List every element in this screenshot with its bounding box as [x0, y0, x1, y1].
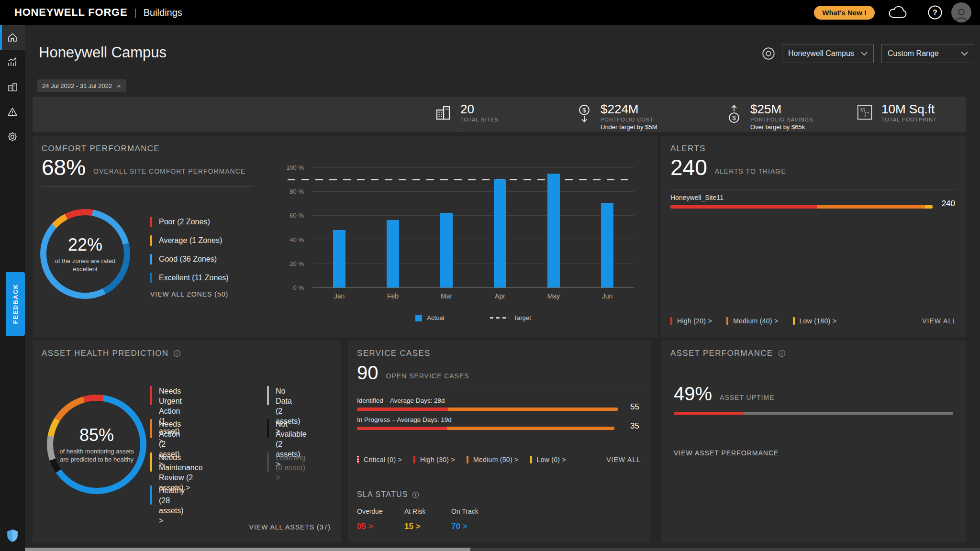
info-icon[interactable]: [412, 491, 419, 498]
kpi-label: TOTAL SITES: [460, 117, 499, 122]
cases-count: 90: [357, 363, 379, 382]
donut-value: 85%: [79, 425, 114, 445]
asset-health-panel: ASSET HEALTH PREDICTION 85% of health mo…: [33, 341, 341, 542]
sla-overdue-link[interactable]: 05 >: [357, 522, 383, 531]
sidebar-item-analytics[interactable]: [0, 50, 25, 75]
legend-label: Actual: [427, 314, 444, 321]
page-title: Honeywell Campus: [39, 44, 167, 61]
legend-label: Excellent (11 Zones): [159, 274, 229, 282]
medium-cases-link[interactable]: Medium (50) >: [467, 456, 519, 463]
view-all-assets-link[interactable]: VIEW ALL ASSETS (37): [249, 523, 331, 531]
cloud-icon[interactable]: [887, 5, 908, 20]
date-filter-label: 24 Jul 2022 - 31 Jul 2022: [42, 82, 112, 89]
sla-overdue: Overdue 05 >: [357, 507, 383, 531]
alerts-low-link[interactable]: Low (180) >: [793, 317, 837, 325]
legend-tick: [793, 317, 795, 325]
legend-tick: [150, 452, 152, 472]
view-all-alerts-link[interactable]: VIEW ALL: [922, 317, 957, 325]
view-all-cases-link[interactable]: VIEW ALL: [606, 456, 641, 463]
sla-on-track-link[interactable]: 70 >: [451, 522, 479, 531]
sla-title-text: SLA STATUS: [357, 490, 408, 499]
high-cases-link[interactable]: High (30) >: [413, 456, 455, 463]
svg-text:$: $: [732, 114, 736, 121]
legend-label: High (30) >: [420, 456, 455, 463]
panel-title: ALERTS: [670, 144, 706, 154]
footprint-icon: [856, 103, 874, 123]
sidebar-item-buildings[interactable]: [0, 75, 25, 99]
comfort-legend: Poor (2 Zones) Average (1 Zones) Good (3…: [150, 216, 229, 290]
site-selector[interactable]: Honeywell Campus: [782, 44, 874, 63]
legend-tick: [150, 217, 152, 227]
chart-bars: [312, 167, 634, 287]
alert-site-bar: [670, 205, 933, 209]
alerts-summary: 240 ALERTS TO TRIAGE: [670, 156, 786, 178]
alert-site-name[interactable]: Honeywell_Site11: [670, 194, 724, 201]
legend-item-poor: Poor (2 Zones): [150, 216, 229, 228]
legend-tick: [467, 456, 468, 463]
asset-performance-panel: ASSET PERFORMANCE 49% ASSET UPTIME VIEW …: [661, 341, 966, 542]
chevron-down-icon: [961, 51, 968, 56]
legend-tick: [150, 485, 152, 505]
scrollbar-thumb[interactable]: [0, 548, 470, 551]
legend-label: Learning(0 asset) >: [276, 452, 305, 483]
kpi-portfolio-savings: $ $25M PORTFOLIO SAVINGS Over target by …: [725, 102, 813, 131]
sidebar-item-alarms[interactable]: [0, 99, 25, 124]
case-row-label: Identified – Average Days: 28d: [357, 397, 445, 404]
dollar-down-icon: $: [576, 103, 593, 126]
help-icon[interactable]: ?: [927, 5, 943, 20]
cases-summary: 90 OPEN SERVICE CASES: [357, 363, 469, 382]
sidebar-item-home[interactable]: [0, 25, 25, 50]
healthy-link[interactable]: Healthy(28 assets) >: [150, 485, 185, 526]
feedback-tab[interactable]: FEEDBACK: [6, 272, 25, 336]
divider: [357, 392, 641, 392]
kpi-sub: Over target by $65k: [750, 123, 813, 131]
topbar-actions: What's New ! ?: [814, 2, 971, 22]
comfort-performance-panel: COMFORT PERFORMANCE 68% OVERALL SITE COM…: [33, 136, 657, 337]
donut-value: 22%: [68, 235, 102, 255]
date-range-selector[interactable]: Custom Range: [881, 44, 974, 63]
chart-legend: Actual Target: [312, 314, 634, 321]
uptime-value: 49%: [674, 383, 712, 405]
app-root: HONEYWELL FORGE | Buildings What's New !…: [0, 0, 980, 551]
privacy-shield-icon[interactable]: [6, 529, 19, 544]
feedback-label: FEEDBACK: [12, 284, 19, 324]
close-icon[interactable]: ×: [117, 82, 121, 89]
case-row-label: In Progress – Average Days: 19d: [357, 416, 452, 423]
alert-site-value: 240: [942, 199, 955, 209]
legend-label: Average (1 Zones): [159, 236, 222, 245]
panel-title: ASSET HEALTH PREDICTION: [42, 349, 181, 358]
sla-on-track: On Track 70 >: [451, 507, 479, 531]
chart-yaxis: 0 %20 %40 %60 %80 %100 %: [262, 167, 308, 287]
critical-cases-link[interactable]: Critical (0) >: [357, 456, 402, 463]
legend-label: Low (0) >: [537, 456, 566, 463]
whats-new-button[interactable]: What's New !: [814, 6, 875, 20]
view-all-zones-link[interactable]: VIEW ALL ZONES (50): [150, 290, 228, 298]
low-cases-link[interactable]: Low (0) >: [530, 456, 566, 463]
sla-at-risk-link[interactable]: 15 >: [404, 522, 425, 531]
uptime-summary: 49% ASSET UPTIME: [674, 383, 775, 405]
legend-label: Poor (2 Zones): [159, 218, 210, 226]
sidebar-nav: FEEDBACK: [0, 25, 25, 551]
info-icon[interactable]: [173, 350, 181, 357]
learning-link[interactable]: Learning(0 asset) >: [267, 452, 305, 483]
view-asset-performance-link[interactable]: VIEW ASSET PERFORMANCE: [674, 449, 779, 457]
legend-tick: [670, 317, 672, 325]
date-range-value: Custom Range: [888, 49, 939, 58]
kpi-total-footprint: 10M Sq.ft TOTAL FOOTPRINT: [856, 102, 937, 123]
info-icon[interactable]: [778, 350, 786, 357]
legend-label: Low (180) >: [800, 317, 837, 325]
alerts-medium-link[interactable]: Medium (40) >: [726, 317, 779, 325]
cases-legend: Critical (0) > High (30) > Medium (50) >…: [357, 456, 641, 463]
chart-xaxis: JanFebMarAprMayJun: [312, 292, 634, 300]
date-filter-chip[interactable]: 24 Jul 2022 - 31 Jul 2022 ×: [37, 79, 126, 92]
kpi-label: PORTFOLIO COST: [601, 117, 657, 122]
building-icon: [434, 103, 453, 124]
sidebar-item-settings[interactable]: [0, 124, 25, 149]
user-avatar[interactable]: [951, 2, 971, 22]
alerts-high-link[interactable]: High (20) >: [670, 317, 712, 325]
legend-label: High (20) >: [677, 317, 712, 325]
product-name: Buildings: [144, 7, 182, 18]
divider: [670, 189, 957, 189]
legend-tick: [267, 386, 269, 405]
case-row-value: 35: [630, 421, 639, 431]
